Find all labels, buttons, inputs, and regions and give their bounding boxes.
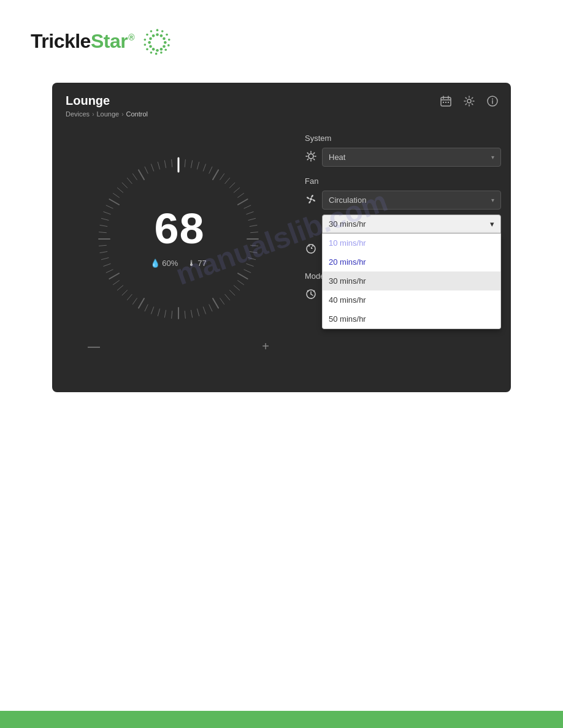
window-title: Lounge: [66, 94, 497, 108]
svg-line-38: [185, 159, 185, 167]
svg-line-50: [244, 205, 251, 208]
svg-line-118: [307, 159, 308, 159]
svg-line-117: [313, 153, 314, 153]
svg-line-71: [191, 310, 192, 317]
svg-point-24: [146, 34, 148, 36]
svg-line-89: [100, 251, 107, 252]
logo-icon: [140, 25, 174, 58]
svg-line-51: [247, 211, 253, 214]
svg-point-33: [467, 99, 471, 103]
svg-line-96: [106, 205, 113, 208]
info-icon[interactable]: [484, 93, 501, 110]
breadcrumb-control: Control: [126, 110, 148, 118]
svg-line-126: [311, 294, 313, 295]
svg-line-42: [209, 167, 212, 173]
svg-point-15: [168, 39, 170, 41]
svg-line-39: [191, 160, 192, 167]
svg-line-75: [164, 310, 166, 317]
breadcrumb-lounge[interactable]: Lounge: [96, 110, 119, 118]
svg-line-46: [229, 183, 234, 188]
svg-line-66: [220, 298, 224, 304]
svg-line-59: [247, 264, 253, 266]
fan-option-50[interactable]: 50 mins/hr: [323, 309, 500, 328]
svg-line-100: [122, 183, 127, 188]
schedule-icon: [305, 243, 317, 257]
fan-option-20[interactable]: 20 mins/hr: [323, 252, 500, 271]
svg-point-11: [152, 34, 155, 37]
svg-line-82: [122, 290, 127, 295]
svg-point-17: [164, 48, 167, 51]
svg-line-48: [238, 193, 244, 197]
svg-line-76: [158, 308, 159, 316]
svg-point-10: [149, 37, 152, 40]
svg-point-4: [163, 45, 166, 48]
system-row: Heat ▾: [305, 148, 501, 167]
svg-point-119: [310, 198, 312, 200]
fan-speed-list: 10 mins/hr 20 mins/hr 30 mins/hr 40 mins…: [322, 233, 501, 329]
fan-option-10[interactable]: 10 mins/hr: [323, 233, 500, 252]
svg-point-16: [167, 44, 170, 47]
dial-center: 68 💧 60% 🌡 77: [150, 210, 207, 268]
fan-label: Fan: [305, 176, 501, 186]
svg-line-56: [251, 245, 258, 246]
header: TrickleStar®: [0, 0, 563, 70]
footer-bar: [0, 711, 563, 728]
svg-point-21: [146, 48, 148, 51]
system-section: System: [305, 134, 501, 167]
temp-increase-button[interactable]: +: [255, 337, 277, 356]
svg-line-40: [197, 162, 199, 169]
temp-sub-info: 💧 60% 🌡 77: [150, 259, 207, 268]
fan-chevron: ▾: [491, 197, 494, 203]
svg-point-7: [152, 48, 155, 51]
svg-line-84: [113, 280, 120, 284]
svg-point-12: [156, 29, 159, 31]
svg-line-53: [250, 225, 257, 226]
svg-point-6: [156, 49, 159, 52]
svg-line-97: [109, 199, 119, 205]
fan-speed-selected[interactable]: 30 mins/hr ▾: [322, 214, 501, 233]
svg-line-104: [145, 167, 148, 173]
svg-point-18: [160, 51, 163, 54]
fan-speed-dropdown: 30 mins/hr ▾ 10 mins/hr 20 mins/hr 30 mi…: [322, 214, 501, 233]
svg-line-67: [213, 298, 218, 308]
logo: TrickleStar®: [31, 30, 134, 53]
settings-icon[interactable]: [461, 93, 478, 110]
temp-decrease-button[interactable]: —: [80, 337, 107, 356]
svg-point-0: [156, 33, 159, 36]
svg-line-58: [248, 257, 256, 259]
svg-point-1: [160, 34, 163, 37]
svg-point-36: [492, 99, 493, 100]
svg-line-94: [101, 218, 109, 220]
thermostat-panel: // Will be rendered via JS below 68: [62, 129, 295, 380]
temp-controls: — +: [62, 337, 295, 356]
svg-line-77: [151, 306, 154, 313]
sun-icon: [305, 151, 317, 164]
fan-option-40[interactable]: 40 mins/hr: [323, 290, 500, 309]
main-content: Lounge Devices › Lounge › Control: [0, 70, 563, 404]
app-window: Lounge Devices › Lounge › Control: [52, 83, 511, 392]
svg-line-57: [250, 251, 257, 252]
dial-container: // Will be rendered via JS below 68: [93, 153, 264, 325]
system-select[interactable]: Heat ▾: [322, 148, 501, 167]
svg-line-87: [104, 264, 110, 266]
svg-line-47: [234, 188, 239, 192]
svg-line-68: [209, 304, 212, 311]
svg-point-20: [150, 51, 153, 54]
svg-line-92: [99, 232, 106, 232]
svg-line-79: [139, 298, 144, 308]
svg-line-85: [109, 273, 119, 279]
window-body: // Will be rendered via JS below 68: [52, 123, 511, 392]
outdoor-temp-display: 🌡 77: [188, 259, 206, 268]
svg-point-110: [308, 154, 313, 159]
svg-line-45: [225, 178, 230, 183]
calendar-icon[interactable]: [437, 93, 454, 110]
svg-rect-31: [445, 102, 446, 103]
svg-line-106: [158, 162, 159, 169]
svg-line-63: [234, 285, 239, 290]
fan-speed-chevron: ▾: [490, 219, 494, 229]
breadcrumb-devices[interactable]: Devices: [66, 110, 90, 118]
svg-line-83: [117, 285, 123, 290]
fan-option-30[interactable]: 30 mins/hr: [323, 271, 500, 290]
fan-mode-select[interactable]: Circulation ▾: [322, 191, 501, 210]
fan-mode-row: Circulation ▾: [305, 191, 501, 210]
